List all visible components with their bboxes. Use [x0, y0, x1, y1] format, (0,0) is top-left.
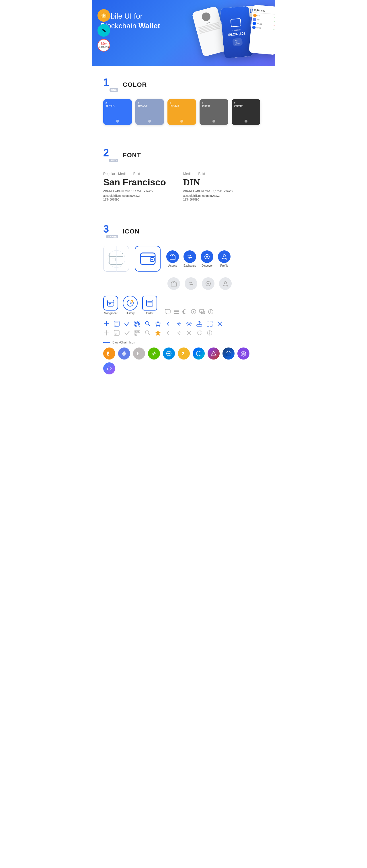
svg-text:₿: ₿	[107, 351, 109, 356]
svg-point-19	[173, 282, 174, 283]
svg-rect-84	[135, 334, 137, 335]
svg-marker-18	[171, 281, 176, 286]
svg-rect-41	[174, 313, 179, 314]
svg-marker-87	[156, 330, 161, 336]
sketch-badge	[97, 9, 110, 22]
discover-icon-circle	[201, 250, 213, 263]
icon-discover: Discover	[201, 250, 213, 267]
coin-litecoin: Ł	[133, 347, 145, 360]
svg-point-92	[209, 332, 210, 332]
font-section-content: Regular · Medium · Bold San Francisco AB…	[103, 172, 264, 201]
redo-icon-gray	[196, 330, 202, 336]
svg-rect-83	[138, 331, 139, 332]
icon-assets-gray	[167, 277, 180, 290]
blockchain-line	[103, 342, 110, 343]
icon-exchange-gray	[185, 277, 197, 290]
crypto-coins: ₿ Ł Z	[103, 347, 264, 374]
icon-section-content: Assets Exchange	[103, 246, 264, 374]
search-icon	[144, 320, 151, 327]
svg-marker-67	[156, 321, 161, 326]
icon-named-group-gray	[167, 277, 264, 290]
svg-rect-26	[109, 305, 110, 305]
svg-rect-23	[108, 300, 114, 306]
check-icon	[124, 320, 130, 327]
info-icon	[207, 309, 214, 315]
svg-marker-105	[242, 352, 245, 355]
icon-row-1: Assets Exchange	[103, 246, 264, 272]
font-sf: Regular · Medium · Bold San Francisco AB…	[103, 172, 166, 201]
plus-icon-gray	[103, 330, 110, 336]
svg-rect-75	[114, 330, 119, 336]
svg-rect-39	[174, 310, 179, 311]
edit-icon-gray	[114, 330, 120, 336]
svg-text:Z: Z	[182, 351, 185, 356]
star-icon	[155, 320, 161, 327]
discover-icon-gray	[202, 277, 215, 290]
sketch-icon	[101, 12, 107, 18]
svg-rect-60	[135, 324, 137, 326]
svg-line-86	[148, 334, 150, 335]
hero-badges: Ps 60+ Screens	[97, 9, 110, 52]
share-icon-gray	[175, 330, 182, 336]
coin-zcash: Z	[178, 347, 190, 360]
assets-icon-circle	[166, 250, 179, 263]
icon-section-header: 3 THREE ICON	[103, 213, 264, 246]
swatch-orange: #F5A623	[167, 99, 196, 125]
close-icon-gray	[186, 330, 192, 336]
exchange-icon-circle	[184, 250, 196, 263]
svg-rect-24	[108, 302, 114, 303]
expand-icon	[206, 320, 213, 327]
moon-icon	[182, 309, 188, 315]
svg-rect-82	[135, 331, 137, 332]
wallet-blue-svg	[140, 252, 156, 265]
coin-waves	[193, 347, 205, 360]
svg-rect-10	[140, 256, 155, 257]
settings-icon	[186, 320, 192, 327]
close-icon	[217, 320, 223, 327]
coin-ark	[207, 347, 220, 360]
screens-badge: 60+ Screens	[97, 39, 110, 52]
blockchain-label: BlockChain Icon	[103, 341, 264, 344]
coin-band	[103, 362, 115, 374]
circle-dot-icon	[190, 309, 197, 315]
coin-lisk	[223, 347, 234, 360]
edit-icon	[114, 320, 120, 327]
chat-icon	[165, 309, 171, 315]
icon-assets: Assets	[166, 250, 179, 267]
wallet-grid-icon-container	[103, 246, 129, 272]
main-content: 1 ONE COLOR #3574FA #8DA0C8 #F5A623	[92, 66, 275, 374]
profile-icon-circle	[218, 250, 230, 263]
phone-mockup-2: myWallet $6,297,502 BTC ETH WAVES	[220, 6, 253, 58]
svg-marker-103	[226, 351, 231, 356]
svg-marker-13	[170, 254, 175, 259]
exchange-icon-svg	[187, 253, 193, 260]
wallet-blue-icon	[135, 246, 161, 272]
check-icon-gray	[124, 330, 130, 336]
plus-icon	[103, 320, 110, 327]
color-section-title: COLOR	[123, 81, 147, 89]
order-icon	[142, 296, 157, 311]
qr-icon	[134, 320, 140, 327]
misc-icons-blue	[165, 309, 214, 315]
font-row: Regular · Medium · Bold San Francisco AB…	[103, 172, 264, 201]
hero-title: Mobile UI for Blockchain Wallet	[101, 11, 181, 31]
color-swatches: #3574FA #8DA0C8 #F5A623 #666666 #303	[103, 99, 264, 125]
svg-rect-51	[114, 321, 119, 326]
icon-discover-gray	[202, 277, 215, 290]
small-icons-blue	[103, 320, 264, 327]
icon-profile: Profile	[218, 250, 230, 267]
back-icon	[165, 320, 171, 327]
assets-icon-gray	[167, 277, 180, 290]
svg-point-12	[151, 259, 153, 260]
swatch-blue: #3574FA	[103, 99, 132, 125]
app-icon-row: Mangment History	[103, 296, 264, 315]
share-icon	[175, 320, 182, 327]
profile-icon-svg	[221, 253, 227, 260]
swatch-dark: #303030	[232, 99, 260, 125]
svg-line-66	[148, 324, 150, 326]
profile-icon-gray	[219, 277, 232, 290]
assets-icon-svg	[169, 253, 176, 260]
chat2-icon	[199, 309, 205, 315]
svg-rect-69	[197, 324, 202, 326]
svg-rect-33	[146, 300, 153, 306]
